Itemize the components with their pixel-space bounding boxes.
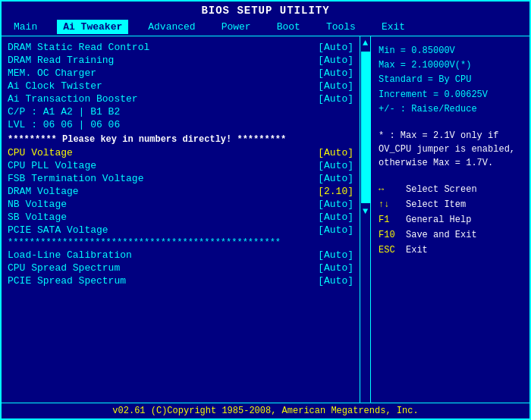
nav-item-advanced[interactable]: Advanced — [142, 20, 201, 34]
info-line: Standard = By CPU — [379, 73, 522, 87]
nav-item-power[interactable]: Power — [215, 20, 257, 34]
footer: v02.61 (C)Copyright 1985-2008, American … — [2, 403, 529, 418]
nav-bar: MainAi TweakerAdvancedPowerBootToolsExit — [2, 18, 529, 36]
info-line: +/- : Raise/Reduce — [379, 102, 522, 117]
key-desc: Select Item — [406, 198, 466, 212]
main-content: DRAM Static Read Control[Auto]DRAM Read … — [2, 36, 529, 403]
right-panel: Min = 0.85000VMax = 2.10000V(*)Standard … — [370, 36, 529, 403]
bottom-setting-value: [Auto] — [318, 262, 353, 274]
bottom-setting-label: Load-Line Calibration — [8, 249, 132, 261]
setting-value: [Auto] — [318, 80, 353, 92]
key-hints-block: ↔Select Screen↑↓Select ItemF1General Hel… — [379, 182, 522, 258]
voltage-setting-value: [2.10] — [318, 186, 353, 197]
setting-label: C/P : A1 A2 | B1 B2 — [8, 106, 120, 118]
nav-item-main[interactable]: Main — [8, 20, 43, 34]
title-bar: BIOS SETUP UTILITY — [2, 2, 529, 18]
info-line: Min = 0.85000V — [379, 44, 522, 58]
voltage-setting-row[interactable]: FSB Termination Voltage[Auto] — [8, 172, 353, 185]
bottom-setting-label: CPU Spread Spectrum — [8, 262, 120, 274]
setting-value: [Auto] — [318, 55, 353, 66]
voltage-setting-label: CPU Voltage — [8, 147, 73, 158]
setting-value: [Auto] — [318, 42, 353, 53]
info-block: Min = 0.85000VMax = 2.10000V(*)Standard … — [379, 41, 522, 120]
voltage-setting-label: FSB Termination Voltage — [8, 173, 143, 184]
bottom-setting-value: [Auto] — [318, 275, 353, 287]
voltage-setting-label: CPU PLL Voltage — [8, 160, 96, 171]
nav-item-ai-tweaker[interactable]: Ai Tweaker — [57, 20, 128, 34]
key-symbol: ↔ — [379, 183, 400, 196]
key-hint-row: F1General Help — [379, 212, 522, 227]
key-desc: Save and Exit — [406, 228, 477, 242]
key-symbol: F10 — [379, 228, 400, 242]
voltage-setting-value: [Auto] — [318, 224, 353, 236]
scroll-up-arrow[interactable]: ▲ — [361, 36, 369, 50]
bottom-setting-row[interactable]: PCIE Spread Spectrum[Auto] — [8, 274, 353, 287]
setting-row[interactable]: DRAM Static Read Control[Auto] — [8, 41, 353, 54]
voltage-setting-row[interactable]: DRAM Voltage[2.10] — [8, 185, 353, 198]
setting-label: Ai Clock Twister — [8, 80, 102, 92]
voltage-setting-label: NB Voltage — [8, 199, 67, 210]
divider: ****************************************… — [8, 237, 353, 249]
key-symbol: ↑↓ — [379, 198, 400, 212]
setting-row[interactable]: Ai Transaction Booster[Auto] — [8, 92, 353, 105]
key-desc: General Help — [406, 213, 471, 227]
setting-value: [Auto] — [318, 67, 353, 79]
setting-value: [Auto] — [318, 93, 353, 105]
key-hint-row: ↔Select Screen — [379, 182, 522, 197]
nav-item-boot[interactable]: Boot — [271, 20, 306, 34]
scroll-thumb[interactable] — [361, 52, 370, 203]
scrollbar[interactable]: ▲ ▼ — [360, 36, 370, 403]
key-symbol: ESC — [379, 243, 400, 257]
bottom-setting-label: PCIE Spread Spectrum — [8, 275, 126, 287]
setting-row: LVL : 06 06 | 06 06 — [8, 118, 353, 131]
voltage-setting-label: DRAM Voltage — [8, 186, 79, 197]
setting-label: DRAM Read Training — [8, 55, 114, 66]
nav-item-tools[interactable]: Tools — [320, 20, 362, 34]
key-desc: Select Screen — [406, 183, 477, 196]
info-line: Max = 2.10000V(*) — [379, 58, 522, 73]
footer-text: v02.61 (C)Copyright 1985-2008, American … — [112, 406, 418, 416]
voltage-setting-label: SB Voltage — [8, 212, 67, 223]
voltage-setting-row[interactable]: CPU PLL Voltage[Auto] — [8, 159, 353, 172]
voltage-setting-label: PCIE SATA Voltage — [8, 224, 108, 236]
voltage-setting-value: [Auto] — [318, 160, 353, 171]
voltage-setting-value: [Auto] — [318, 199, 353, 210]
scroll-down-arrow[interactable]: ▼ — [361, 205, 369, 218]
note-text: * : Max = 2.1V only if OV_CPU jumper is … — [379, 120, 522, 176]
setting-row: C/P : A1 A2 | B1 B2 — [8, 105, 353, 118]
setting-label: Ai Transaction Booster — [8, 93, 138, 105]
setting-label: DRAM Static Read Control — [8, 42, 149, 53]
voltage-setting-value: [Auto] — [318, 173, 353, 184]
bottom-setting-value: [Auto] — [318, 249, 353, 261]
key-hint-row: ↑↓Select Item — [379, 197, 522, 212]
setting-label: MEM. OC Charger — [8, 67, 96, 79]
voltage-setting-value: [Auto] — [318, 147, 353, 158]
voltage-setting-row[interactable]: NB Voltage[Auto] — [8, 198, 353, 211]
key-hint-row: ESCExit — [379, 243, 522, 258]
app-title: BIOS SETUP UTILITY — [201, 5, 329, 17]
setting-row[interactable]: Ai Clock Twister[Auto] — [8, 80, 353, 92]
voltage-setting-row[interactable]: SB Voltage[Auto] — [8, 211, 353, 224]
warning-text: ********* Please key in numbers directly… — [8, 131, 353, 146]
key-hint-row: F10Save and Exit — [379, 227, 522, 243]
voltage-setting-value: [Auto] — [318, 212, 353, 223]
nav-item-exit[interactable]: Exit — [375, 20, 411, 34]
voltage-setting-row[interactable]: CPU Voltage[Auto] — [8, 146, 353, 159]
key-symbol: F1 — [379, 213, 400, 227]
key-desc: Exit — [406, 243, 428, 257]
setting-row[interactable]: DRAM Read Training[Auto] — [8, 54, 353, 67]
bottom-setting-row[interactable]: CPU Spread Spectrum[Auto] — [8, 262, 353, 274]
info-line: Increment = 0.00625V — [379, 88, 522, 102]
setting-row[interactable]: MEM. OC Charger[Auto] — [8, 67, 353, 80]
voltage-setting-row[interactable]: PCIE SATA Voltage[Auto] — [8, 224, 353, 237]
bottom-setting-row[interactable]: Load-Line Calibration[Auto] — [8, 249, 353, 262]
left-panel: DRAM Static Read Control[Auto]DRAM Read … — [2, 36, 360, 403]
setting-label: LVL : 06 06 | 06 06 — [8, 119, 120, 130]
